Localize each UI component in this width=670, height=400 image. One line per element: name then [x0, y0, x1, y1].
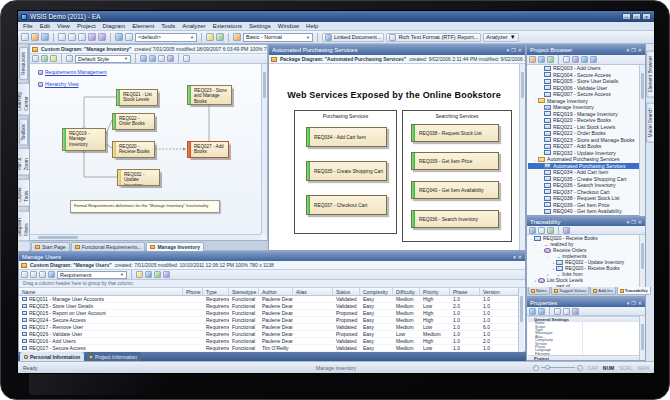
diagram-tab[interactable]: Functional Requirements...: [71, 242, 146, 251]
requirement-element[interactable]: REQ022 - Order Books: [112, 113, 155, 130]
zoom-track[interactable]: [541, 367, 575, 368]
close-icon[interactable]: ✕: [638, 47, 642, 53]
dock-side-tab[interactable]: Element Browser: [646, 51, 655, 98]
list-scrollbar[interactable]: [518, 288, 524, 352]
close-icon[interactable]: ✕: [638, 219, 642, 225]
undo-icon[interactable]: [88, 33, 96, 41]
close-icon[interactable]: ✕: [518, 47, 522, 53]
column-header[interactable]: Author: [259, 288, 293, 296]
close-icon[interactable]: ✕: [638, 300, 642, 306]
rtf-report-button[interactable]: Rich Text Format (RTF) Report...: [386, 33, 481, 42]
property-row[interactable]: Filename: [528, 352, 641, 355]
menu-item[interactable]: Analyzer: [182, 23, 205, 29]
appearance-icon[interactable]: [167, 55, 174, 62]
undo-edit-icon[interactable]: [554, 308, 561, 315]
new-element-icon[interactable]: [547, 56, 554, 63]
align-center-icon[interactable]: [149, 55, 156, 62]
menu-item[interactable]: Help: [306, 23, 318, 29]
column-header[interactable]: Complexity: [360, 288, 393, 296]
edit-row-icon[interactable]: [30, 271, 37, 278]
column-header[interactable]: Difficulty: [393, 288, 420, 296]
new-file-icon[interactable]: [21, 33, 29, 41]
property-options-icon[interactable]: [572, 308, 579, 315]
menu-item[interactable]: Window: [278, 23, 299, 29]
diagram-horizontal-scrollbar[interactable]: [30, 234, 261, 240]
requirement-element[interactable]: REQ032 - Update Inventory: [117, 169, 160, 186]
close-icon[interactable]: ✕: [518, 254, 522, 260]
pin-icon[interactable]: ▾: [627, 47, 630, 53]
analyzer-button[interactable]: Analyzer▼: [483, 33, 518, 42]
requirement-element[interactable]: REQ019 - Manage Inventory: [62, 128, 106, 151]
requirement-element[interactable]: REQ038 - Request Stock List: [411, 124, 499, 142]
move-up-list-icon[interactable]: [154, 271, 161, 278]
maximize-icon[interactable]: □: [632, 13, 641, 20]
float-icon[interactable]: ❐: [511, 47, 515, 53]
dock-tab[interactable]: Tagged Values: [551, 287, 589, 295]
refresh-list-icon[interactable]: [48, 271, 55, 278]
purchasing-services-canvas[interactable]: Web Services Exposed by the Online Books…: [269, 64, 519, 250]
browser-scrollbar[interactable]: [639, 65, 645, 216]
requirement-element[interactable]: REQ034 - Add Cart Item: [306, 127, 387, 147]
alphabetical-sort-icon[interactable]: [538, 308, 545, 315]
dock-tab[interactable]: Notes: [528, 287, 550, 295]
column-header[interactable]: Type: [203, 288, 229, 296]
zoom-out-icon[interactable]: −: [533, 365, 539, 371]
delete-row-icon[interactable]: [39, 271, 46, 278]
hierarchy-view-link[interactable]: Hierarchy View: [38, 81, 79, 87]
element-type-combo[interactable]: Requirement▼: [57, 271, 127, 279]
requirements-management-link[interactable]: Requirements Management: [38, 69, 107, 75]
cut-icon[interactable]: [58, 33, 66, 41]
move-up-icon[interactable]: [581, 56, 588, 63]
print-icon[interactable]: [125, 33, 133, 41]
search-icon[interactable]: [115, 33, 123, 41]
style-combo[interactable]: Default Style▼: [75, 55, 131, 63]
tree-item[interactable]: REQ023 - Store and Manage Books: [528, 137, 640, 144]
column-header[interactable]: Alias: [293, 288, 333, 296]
line-color-icon[interactable]: [41, 55, 48, 62]
redo-edit-icon[interactable]: [563, 308, 570, 315]
requirement-element[interactable]: REQ036 - Search Inventory: [411, 210, 499, 228]
purchasing-services-boundary[interactable]: Purchasing Services REQ034 - Add Cart It…: [294, 110, 397, 234]
menu-item[interactable]: Element: [132, 23, 154, 29]
column-header[interactable]: Name: [19, 288, 183, 296]
pin-icon[interactable]: ▾: [507, 47, 510, 53]
menu-item[interactable]: Edit: [40, 23, 50, 29]
column-header[interactable]: Phone: [183, 288, 203, 296]
tree-item[interactable]: Automated Purchasing Services: [528, 163, 640, 170]
pin-icon[interactable]: ▾: [627, 300, 630, 306]
align-left-icon[interactable]: [140, 55, 147, 62]
validate-icon[interactable]: [216, 33, 224, 41]
find-in-browser-icon[interactable]: [563, 56, 570, 63]
expand-all-icon[interactable]: [547, 227, 554, 234]
menu-item[interactable]: Extensions: [213, 23, 242, 29]
paste-icon[interactable]: [78, 33, 86, 41]
requirement-element[interactable]: REQ040 - Get Item Availability: [411, 181, 499, 199]
requirement-element[interactable]: REQ021 - List Stock Levels: [116, 89, 158, 106]
table-row[interactable]: REQ015 - Report on User Account Requirem…: [19, 310, 519, 317]
list-options-icon[interactable]: [163, 271, 170, 278]
menu-item[interactable]: Project: [77, 23, 96, 29]
float-icon[interactable]: ❐: [631, 47, 635, 53]
float-icon[interactable]: ❐: [631, 300, 635, 306]
dock-side-tab[interactable]: Resources: [19, 47, 28, 80]
delete-style-icon[interactable]: [183, 55, 190, 62]
requirement-element[interactable]: REQ020 - Receive Books: [112, 141, 155, 158]
table-row[interactable]: REQ027 - Secure Access Requirement Funct…: [19, 345, 519, 352]
dock-tab[interactable]: Traceability: [617, 287, 651, 295]
property-value[interactable]: [582, 352, 641, 355]
diagram-note[interactable]: Formal Requirements definitions for the …: [70, 200, 220, 213]
column-header[interactable]: Version: [480, 288, 519, 296]
highlight-icon[interactable]: [206, 33, 214, 41]
copy-icon[interactable]: [68, 33, 76, 41]
filter-list-icon[interactable]: [136, 271, 143, 278]
save-icon[interactable]: [41, 33, 49, 41]
redo-icon[interactable]: [98, 33, 106, 41]
tree-item[interactable]: REQ035 - Create Shopping Cart: [528, 176, 640, 183]
linked-document-button[interactable]: Linked Document...: [322, 33, 384, 42]
requirement-element[interactable]: REQ027 - Add Books: [187, 141, 229, 158]
trace-scrollbar[interactable]: [639, 235, 645, 289]
menu-item[interactable]: View: [57, 23, 70, 29]
column-header[interactable]: Priority: [420, 288, 450, 296]
dock-side-tab[interactable]: Toolbox: [19, 119, 28, 146]
trace-options-icon[interactable]: [563, 227, 570, 234]
